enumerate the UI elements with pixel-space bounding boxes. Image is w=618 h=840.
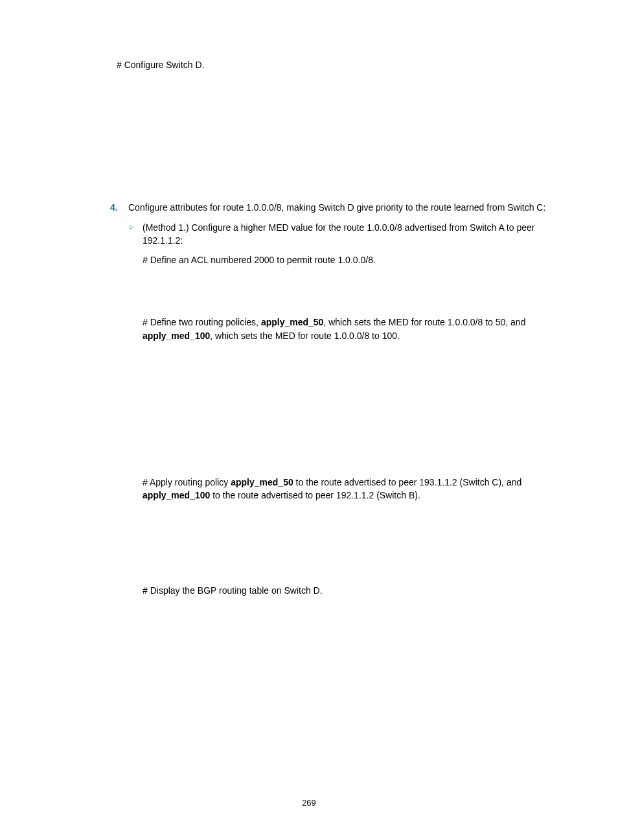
instruction-acl: # Define an ACL numbered 2000 to permit … xyxy=(143,253,560,266)
spacer xyxy=(117,347,560,471)
text-fragment: , which sets the MED for route 1.0.0.0/8… xyxy=(210,331,400,341)
instruction-define-policies: # Define two routing policies, apply_med… xyxy=(143,316,560,342)
spacer xyxy=(117,272,560,310)
page-body: # Configure Switch D. 4. Configure attri… xyxy=(0,0,618,597)
policy-name-bold: apply_med_50 xyxy=(231,477,293,487)
instruction-display-table: # Display the BGP routing table on Switc… xyxy=(143,584,560,597)
step-number: 4. xyxy=(110,201,128,214)
text-fragment: to the route advertised to peer 192.1.1.… xyxy=(210,490,420,500)
text-fragment: # Define two routing policies, xyxy=(143,317,261,327)
bullet-marker: ○ xyxy=(128,221,143,248)
sub-bullet: ○ (Method 1.) Configure a higher MED val… xyxy=(128,221,560,248)
bullet-text: (Method 1.) Configure a higher MED value… xyxy=(143,221,560,248)
page-number: 269 xyxy=(0,798,618,808)
policy-name-bold: apply_med_50 xyxy=(261,317,324,327)
text-fragment: to the route advertised to peer 193.1.1.… xyxy=(293,477,522,487)
top-instruction: # Configure Switch D. xyxy=(117,58,560,71)
numbered-step: 4. Configure attributes for route 1.0.0.… xyxy=(117,201,560,214)
spacer xyxy=(117,508,560,579)
text-fragment: , which sets the MED for route 1.0.0.0/8… xyxy=(323,317,525,327)
instruction-apply-policy: # Apply routing policy apply_med_50 to t… xyxy=(143,476,560,502)
text-fragment: # Apply routing policy xyxy=(143,477,231,487)
policy-name-bold: apply_med_100 xyxy=(143,490,210,500)
step-text: Configure attributes for route 1.0.0.0/8… xyxy=(128,201,560,214)
policy-name-bold: apply_med_100 xyxy=(143,331,210,341)
